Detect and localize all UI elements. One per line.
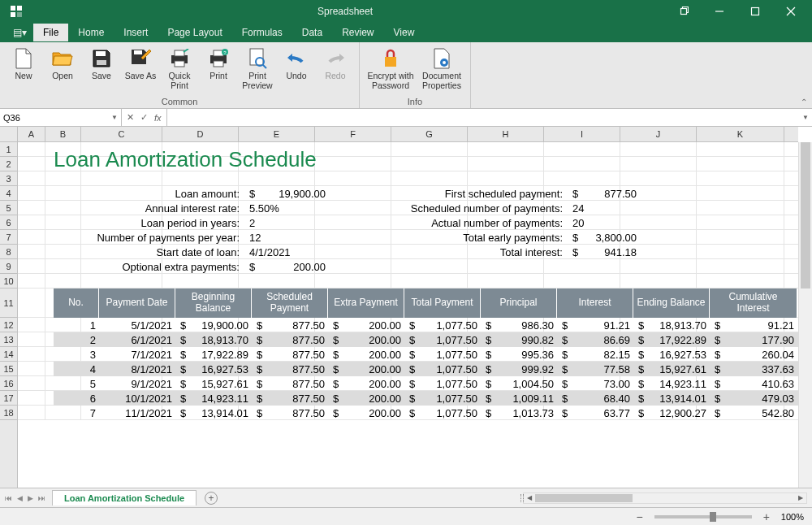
table-cell: 2 <box>54 334 99 346</box>
svg-rect-17 <box>214 61 223 67</box>
hscroll-resize-grip[interactable] <box>520 493 524 503</box>
menu-file[interactable]: File <box>33 24 68 41</box>
column-header-C[interactable]: C <box>81 127 162 141</box>
row-header-14[interactable]: 14 <box>0 347 17 362</box>
column-header-E[interactable]: E <box>239 127 315 141</box>
column-header-B[interactable]: B <box>45 127 81 141</box>
zoom-level[interactable]: 100% <box>781 512 804 522</box>
table-row[interactable]: 711/1/2021$13,914.01$877.50$200.00$1,077… <box>54 406 798 420</box>
column-header-I[interactable]: I <box>544 127 620 141</box>
column-header-A[interactable]: A <box>18 127 45 141</box>
menu-data[interactable]: Data <box>292 24 332 41</box>
expand-formula-icon[interactable]: ▼ <box>802 114 809 121</box>
row-header-16[interactable]: 16 <box>0 376 17 391</box>
zoom-slider[interactable] <box>654 515 752 518</box>
vertical-scrollbar[interactable] <box>798 142 812 488</box>
sheet-tab-active[interactable]: Loan Amortization Schedule <box>52 490 197 505</box>
row-header-12[interactable]: 12 <box>0 318 17 332</box>
menu-view[interactable]: View <box>384 24 425 41</box>
horizontal-scrollbar[interactable]: ◀ ▶ <box>523 492 807 504</box>
row-header-8[interactable]: 8 <box>0 245 17 259</box>
restore-down-secondary-button[interactable] <box>666 0 702 23</box>
row-header-7[interactable]: 7 <box>0 230 17 245</box>
doc-properties-button[interactable]: Document Properties <box>418 46 465 92</box>
row-header-15[interactable]: 15 <box>0 362 17 376</box>
open-button[interactable]: Open <box>44 46 81 83</box>
table-row[interactable]: 37/1/2021$17,922.89$877.50$200.00$1,077.… <box>54 347 798 362</box>
ribbon-group-info: Info <box>365 97 465 108</box>
table-cell: $877.50 <box>252 334 328 346</box>
svg-line-22 <box>263 65 266 68</box>
encrypt-button[interactable]: Encrypt with Password <box>365 46 417 92</box>
hscroll-right-button[interactable]: ▶ <box>795 493 806 503</box>
summary-value: $3,800.00 <box>569 232 667 244</box>
table-row[interactable]: 610/1/2021$14,923.11$877.50$200.00$1,077… <box>54 391 798 406</box>
table-cell: $16,927.53 <box>175 363 252 375</box>
undo-button[interactable]: Undo <box>278 46 315 83</box>
row-header-6[interactable]: 6 <box>0 215 17 230</box>
chevron-down-icon[interactable]: ▼ <box>111 114 118 121</box>
table-cell: $1,077.50 <box>404 349 481 361</box>
row-header-10[interactable]: 10 <box>0 274 17 289</box>
table-cell: 4 <box>54 363 99 375</box>
table-cell: $19,900.00 <box>175 319 252 332</box>
cancel-formula-button[interactable]: ✕ <box>123 112 137 123</box>
table-row[interactable]: 15/1/2021$19,900.00$877.50$200.00$1,077.… <box>54 318 798 332</box>
row-header-5[interactable]: 5 <box>0 201 17 215</box>
column-header-G[interactable]: G <box>391 127 468 141</box>
table-row[interactable]: 59/1/2021$15,927.61$877.50$200.00$1,077.… <box>54 376 798 391</box>
redo-button[interactable]: Redo <box>317 46 354 83</box>
row-header-9[interactable]: 9 <box>0 259 17 274</box>
menu-formulas[interactable]: Formulas <box>232 24 292 41</box>
accept-formula-button[interactable]: ✓ <box>137 112 151 123</box>
fx-button[interactable]: fx <box>151 113 165 123</box>
menu-home[interactable]: Home <box>68 24 114 41</box>
row-header-11[interactable]: 11 <box>0 289 17 318</box>
new-button[interactable]: New <box>5 46 42 83</box>
vertical-scroll-thumb[interactable] <box>801 142 810 289</box>
column-header-J[interactable]: J <box>620 127 697 141</box>
tab-prev-button[interactable]: ◀ <box>15 494 24 502</box>
column-header-F[interactable]: F <box>315 127 391 141</box>
row-header-13[interactable]: 13 <box>0 332 17 347</box>
column-header-D[interactable]: D <box>162 127 239 141</box>
select-all-corner[interactable] <box>0 127 18 142</box>
zoom-slider-thumb[interactable] <box>710 512 716 522</box>
column-header-H[interactable]: H <box>468 127 544 141</box>
tab-first-button[interactable]: ⏮ <box>3 494 14 502</box>
print-preview-button[interactable]: Print Preview <box>239 46 276 92</box>
row-header-18[interactable]: 18 <box>0 406 17 420</box>
hscroll-left-button[interactable]: ◀ <box>524 493 535 503</box>
menu-page-layout[interactable]: Page Layout <box>158 24 231 41</box>
close-button[interactable] <box>773 0 809 23</box>
zoom-in-button[interactable]: + <box>760 510 773 523</box>
row-header-17[interactable]: 17 <box>0 391 17 406</box>
save-button[interactable]: Save <box>83 46 120 83</box>
table-row[interactable]: 48/1/2021$16,927.53$877.50$200.00$1,077.… <box>54 362 798 376</box>
formula-input[interactable]: ▼ <box>167 109 812 126</box>
row-header-2[interactable]: 2 <box>0 157 17 171</box>
tab-last-button[interactable]: ⏭ <box>37 494 47 502</box>
grid[interactable]: Loan Amortization Schedule Loan amount:$… <box>18 142 798 488</box>
zoom-out-button[interactable]: − <box>633 510 646 523</box>
table-row[interactable]: 26/1/2021$18,913.70$877.50$200.00$1,077.… <box>54 332 798 347</box>
row-header-1[interactable]: 1 <box>0 142 17 157</box>
maximize-button[interactable] <box>737 0 773 23</box>
horizontal-scroll-thumb[interactable] <box>535 494 633 502</box>
name-box[interactable]: Q36▼ <box>0 109 122 126</box>
add-sheet-button[interactable]: + <box>205 492 218 505</box>
tab-next-button[interactable]: ▶ <box>26 494 35 502</box>
minimize-button[interactable] <box>702 0 737 23</box>
row-header-4[interactable]: 4 <box>0 186 17 201</box>
row-header-3[interactable]: 3 <box>0 171 17 186</box>
table-cell: $18,913.70 <box>633 319 710 332</box>
quick-print-button[interactable]: Quick Print <box>161 46 198 92</box>
save-as-button[interactable]: Save As <box>122 46 159 83</box>
collapse-ribbon-button[interactable]: ⌃ <box>801 98 807 106</box>
menu-insert[interactable]: Insert <box>114 24 158 41</box>
column-header-K[interactable]: K <box>697 127 784 141</box>
table-header: Extra Payment <box>328 289 404 318</box>
menu-review[interactable]: Review <box>332 24 383 41</box>
menu-icon[interactable]: ▤▾ <box>13 27 33 38</box>
print-button[interactable]: ?Print <box>200 46 237 83</box>
